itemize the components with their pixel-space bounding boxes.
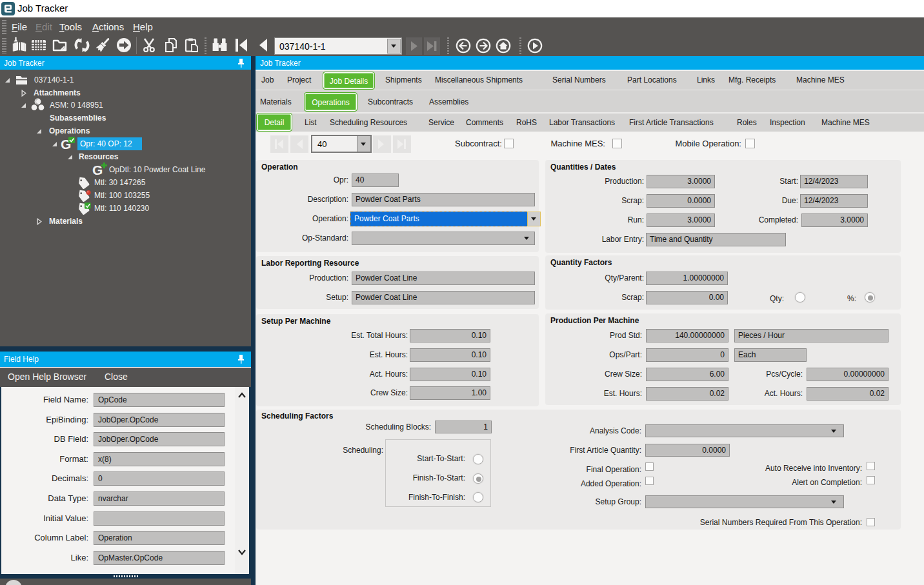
svg-text:G: G [92,163,103,177]
